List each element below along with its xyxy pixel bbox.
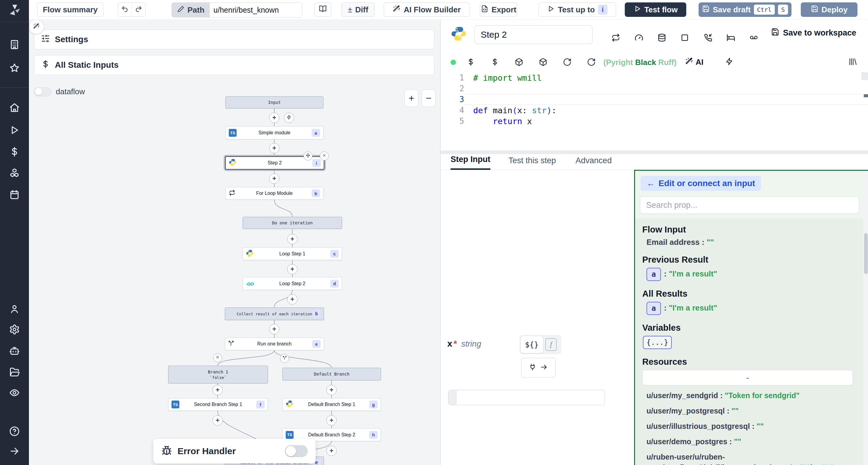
- reload-icon[interactable]: [563, 58, 571, 67]
- edit-or-connect-button[interactable]: ← Edit or connect an input: [641, 176, 761, 191]
- add-step-button[interactable]: +: [213, 385, 223, 395]
- sidebar-item-settings[interactable]: [0, 322, 29, 338]
- add-step-button[interactable]: +: [269, 173, 279, 184]
- sidebar-item-workers[interactable]: [0, 343, 29, 360]
- javascript-mode-button[interactable]: f: [544, 337, 558, 352]
- sidebar-item-folders[interactable]: [0, 364, 29, 381]
- sidebar-item-account[interactable]: [0, 301, 29, 318]
- all-static-inputs-row[interactable]: All Static Inputs: [34, 55, 434, 75]
- flow-docs-button[interactable]: [314, 2, 331, 17]
- connect-input-button[interactable]: [521, 358, 555, 378]
- result-row[interactable]: a: "I'm a result": [647, 302, 856, 315]
- add-step-button[interactable]: +: [287, 264, 298, 274]
- sidebar-item-variables[interactable]: [0, 144, 29, 161]
- error-handler-toggle[interactable]: [285, 445, 308, 457]
- sidebar-item-coll-apse[interactable]: [0, 443, 29, 460]
- lifetime-icon[interactable]: [749, 33, 758, 43]
- connect-panel-scrollbar[interactable]: [863, 172, 868, 465]
- redo-button[interactable]: [132, 3, 146, 16]
- prop-row[interactable]: Email address : "": [647, 238, 856, 247]
- tab-advanced[interactable]: Advanced: [576, 156, 612, 170]
- windmill-logo[interactable]: [0, 1, 29, 19]
- flow-node-collect[interactable]: Collect result of each iterationb: [225, 307, 324, 320]
- resources-select[interactable]: -: [642, 370, 853, 386]
- sidebar-item-favorites[interactable]: [0, 60, 29, 77]
- remove-branch-button[interactable]: [213, 353, 222, 362]
- add-resource-icon[interactable]: [491, 58, 499, 67]
- resource-row[interactable]: u/user/my_postgresql : "": [647, 406, 856, 416]
- code-editor[interactable]: 1# import wmill234def main(x: str):5 ret…: [441, 72, 868, 151]
- test-flow-button[interactable]: Test flow: [625, 2, 686, 17]
- variables-chip[interactable]: {...}: [643, 336, 672, 349]
- early-stop-icon[interactable]: [634, 33, 644, 43]
- flow-summary-button[interactable]: Flow summary: [37, 2, 103, 17]
- code-line-5[interactable]: 5 return x: [441, 115, 868, 127]
- add-step-button[interactable]: +: [269, 143, 279, 153]
- flow-node-simple[interactable]: TSSimple modulea: [225, 126, 323, 139]
- flow-node-doone[interactable]: Do one iteration: [243, 217, 342, 229]
- resource-row[interactable]: u/user/my_sendgrid : "Token for sendgrid…: [647, 390, 856, 401]
- scrollbar-thumb[interactable]: [864, 233, 868, 274]
- param-value-input[interactable]: [448, 390, 605, 405]
- result-chip[interactable]: a: [647, 268, 661, 281]
- result-chip[interactable]: a: [647, 302, 661, 315]
- flow-node-branch1[interactable]: Branch 1`false`: [168, 366, 268, 384]
- add-trigger-button[interactable]: [284, 113, 294, 123]
- sidebar-item-resources[interactable]: [0, 166, 29, 182]
- add-branch-button[interactable]: [280, 354, 289, 363]
- dependencies-icon[interactable]: [539, 58, 547, 67]
- flow-node-loop1[interactable]: Loop Step 1c: [243, 247, 342, 260]
- library-panel-icon[interactable]: [848, 57, 857, 67]
- add-step-button[interactable]: +: [287, 294, 298, 304]
- flow-settings-row[interactable]: Settings: [34, 30, 434, 49]
- sidebar-item-schedules[interactable]: [0, 187, 29, 204]
- add-step-button[interactable]: +: [327, 385, 337, 395]
- path-input[interactable]: [210, 3, 302, 17]
- flow-node-dbs1[interactable]: Default Branch Step 1g: [282, 398, 381, 411]
- add-step-button[interactable]: +: [287, 234, 298, 244]
- step-title-input[interactable]: [474, 25, 592, 44]
- dataflow-toggle[interactable]: [34, 87, 52, 96]
- diff-button[interactable]: ± Diff: [341, 2, 375, 17]
- sidebar-item-runs[interactable]: [0, 122, 29, 139]
- sidebar-item-help[interactable]: [0, 424, 29, 440]
- error-handler-card[interactable]: Error Handler: [153, 439, 315, 464]
- add-step-button[interactable]: +: [213, 415, 223, 426]
- template-mode-button[interactable]: ${}: [521, 336, 543, 353]
- add-step-button[interactable]: +: [327, 446, 337, 456]
- add-step-button[interactable]: +: [269, 324, 279, 334]
- resource-row[interactable]: u/user/illustrious_postgresql : "": [647, 421, 856, 432]
- ai-suggest-node-button[interactable]: [29, 19, 44, 34]
- flow-node-runone[interactable]: Run one branche: [225, 338, 324, 350]
- sidebar-item-workspace[interactable]: [0, 37, 29, 54]
- sidebar-item-home[interactable]: [0, 100, 29, 117]
- zoom-out-button[interactable]: −: [422, 90, 435, 107]
- cache-icon[interactable]: [657, 33, 666, 43]
- test-up-to-button[interactable]: Test up to i: [538, 2, 616, 17]
- code-line-4[interactable]: 4def main(x: str):: [441, 105, 868, 115]
- editor-resize-handle[interactable]: [441, 151, 868, 154]
- search-prop-input[interactable]: [640, 196, 859, 214]
- reload-icon[interactable]: [587, 58, 595, 67]
- resource-row[interactable]: u/user/demo_postgres : "": [647, 436, 856, 447]
- save-draft-button[interactable]: Save draft Ctrl S: [699, 2, 792, 17]
- add-step-button[interactable]: +: [327, 415, 337, 426]
- mock-icon[interactable]: [680, 33, 689, 43]
- save-to-workspace-button[interactable]: Save to workspace: [771, 28, 856, 38]
- flow-node-sbs1[interactable]: TSSecond Branch Step 1f: [168, 398, 268, 411]
- export-button[interactable]: Export: [480, 2, 517, 17]
- tab-step-input[interactable]: Step Input: [451, 155, 490, 170]
- path-label[interactable]: Path: [172, 3, 210, 17]
- retries-icon[interactable]: [611, 33, 620, 43]
- instant-preview-icon[interactable]: [725, 57, 734, 67]
- resource-row[interactable]: u/ruben-user/u/ruben-user/my_flow_2/g/al…: [647, 452, 856, 465]
- ai-gen-button[interactable]: AI: [685, 57, 704, 67]
- zoom-in-button[interactable]: +: [404, 90, 418, 107]
- sidebar-item-audit-logs[interactable]: [0, 385, 29, 402]
- code-line-3[interactable]: 3: [441, 94, 868, 105]
- flow-node-forloop[interactable]: For Loop Moduleb: [225, 187, 323, 200]
- dependencies-icon[interactable]: [515, 58, 523, 67]
- flow-node-loop2[interactable]: -GOLoop Step 2d: [243, 277, 342, 290]
- delete-step-button[interactable]: [320, 152, 329, 161]
- move-step-handle[interactable]: [304, 152, 313, 161]
